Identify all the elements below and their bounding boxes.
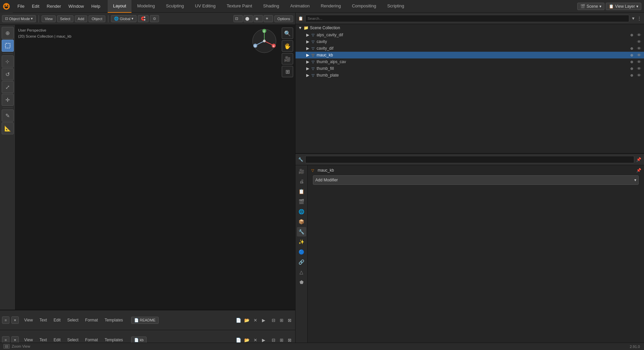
- camera-icon[interactable]: 🎥: [282, 53, 293, 64]
- view-layer-selector[interactable]: 📋 View Layer ▾: [606, 3, 641, 10]
- world-properties-btn[interactable]: 🌐: [297, 207, 306, 216]
- outliner-item-thumb-alps-cav[interactable]: ▶ ▽ thumb_alps_cav ⊕ 👁: [296, 58, 644, 65]
- readme-format[interactable]: Format: [82, 317, 101, 323]
- visibility-icon[interactable]: 👁: [637, 66, 641, 71]
- rotate-tool[interactable]: ↺: [2, 68, 14, 80]
- outliner-search[interactable]: [305, 15, 629, 22]
- readme-view[interactable]: View: [21, 317, 36, 323]
- kb-text[interactable]: Text: [36, 337, 50, 343]
- options-btn[interactable]: Options: [274, 15, 293, 22]
- object-properties-btn[interactable]: 📦: [297, 217, 306, 226]
- shading-rendered[interactable]: ☀: [264, 15, 273, 22]
- layout-3-btn[interactable]: ⊠: [286, 316, 293, 324]
- filter-icon[interactable]: ▼: [631, 16, 635, 21]
- view-layer-properties-btn[interactable]: 📋: [297, 187, 306, 196]
- visibility-icon[interactable]: 👁: [637, 46, 641, 51]
- visibility-icon[interactable]: 👁: [637, 59, 641, 64]
- view-menu[interactable]: View: [42, 15, 56, 22]
- properties-search[interactable]: [305, 156, 634, 163]
- navigation-gizmo[interactable]: Z X Y: [251, 28, 278, 54]
- menu-edit[interactable]: Edit: [29, 2, 43, 10]
- tab-modeling[interactable]: Modeling: [132, 0, 160, 13]
- select-menu[interactable]: Select: [57, 15, 73, 22]
- cursor-tool[interactable]: ⊕: [2, 27, 14, 39]
- menu-file[interactable]: File: [14, 2, 28, 10]
- outliner-item-mauc-kb[interactable]: ▶ ▽ mauc_kb ⊕ 👁: [296, 52, 644, 58]
- close-file-btn-1[interactable]: ✕: [252, 316, 259, 324]
- move-tool[interactable]: ⊹: [2, 55, 14, 68]
- add-menu[interactable]: Add: [75, 15, 88, 22]
- grid-view-icon[interactable]: ⊞: [282, 66, 293, 77]
- shading-solid[interactable]: ⬤: [244, 15, 253, 22]
- transform-tool[interactable]: ✛: [2, 94, 14, 106]
- particles-properties-btn[interactable]: ✨: [297, 237, 306, 247]
- pin-object-icon[interactable]: 📌: [636, 168, 641, 173]
- pin-icon[interactable]: 📌: [636, 157, 641, 162]
- file-selector-1[interactable]: 📄 README: [131, 317, 159, 324]
- layout-1-btn[interactable]: ⊟: [270, 316, 277, 324]
- select-tool[interactable]: [2, 40, 14, 52]
- more-options-icon[interactable]: ⋮: [637, 16, 641, 21]
- data-properties-btn[interactable]: △: [297, 267, 306, 277]
- scene-collection-header[interactable]: ▼ 📁 Scene Collection: [296, 24, 644, 32]
- render-properties-btn[interactable]: 🎥: [297, 167, 306, 176]
- viewport-3d[interactable]: User Perspective (20) Scene Collection |…: [15, 25, 295, 310]
- readme-text[interactable]: Text: [36, 317, 50, 323]
- scene-selector[interactable]: 🎬 Scene ▾: [577, 3, 604, 10]
- kb-templates[interactable]: Templates: [101, 337, 126, 343]
- proportional-edit[interactable]: ⊙: [150, 15, 159, 22]
- shading-material[interactable]: ◉: [254, 15, 263, 22]
- material-properties-btn[interactable]: ⬟: [297, 277, 306, 287]
- modifier-properties-btn[interactable]: 🔧: [297, 227, 306, 236]
- kb-edit[interactable]: Edit: [50, 337, 64, 343]
- run-script-btn-1[interactable]: ▶: [260, 316, 267, 324]
- snap-toggle[interactable]: 🧲: [138, 15, 149, 22]
- menu-render[interactable]: Render: [43, 2, 64, 10]
- tab-shading[interactable]: Shading: [258, 0, 285, 13]
- readme-templates[interactable]: Templates: [101, 317, 126, 323]
- visibility-icon[interactable]: 👁: [637, 73, 641, 78]
- zoom-icon[interactable]: 🔍: [282, 28, 293, 39]
- scale-tool[interactable]: ⤢: [2, 81, 14, 93]
- new-file-btn-1[interactable]: 📄: [235, 316, 242, 324]
- transform-space[interactable]: 🌐 Global ▾: [111, 15, 137, 22]
- editor-dropdown-1[interactable]: ▾: [11, 316, 19, 324]
- outliner-item-thumb-plate[interactable]: ▶ ▽ thumb_plate ⊕ 👁: [296, 72, 644, 79]
- object-menu[interactable]: Object: [89, 15, 105, 22]
- annotate-tool[interactable]: ✎: [2, 110, 14, 122]
- constraints-properties-btn[interactable]: 🔗: [297, 257, 306, 267]
- menu-window[interactable]: Window: [65, 2, 87, 10]
- readme-edit[interactable]: Edit: [50, 317, 64, 323]
- outliner-item-alps-cavity-dif[interactable]: ▶ ▽ alps_cavity_dif ⊕ 👁: [296, 32, 644, 38]
- visibility-icon[interactable]: 👁: [637, 39, 641, 44]
- layout-2-btn[interactable]: ⊞: [278, 316, 285, 324]
- output-properties-btn[interactable]: 🖨: [297, 177, 306, 186]
- kb-view[interactable]: View: [21, 337, 36, 343]
- tab-compositing[interactable]: Compositing: [346, 0, 381, 13]
- tab-sculpting[interactable]: Sculpting: [161, 0, 189, 13]
- kb-select[interactable]: Select: [64, 337, 82, 343]
- open-file-btn-1[interactable]: 📂: [243, 316, 251, 324]
- menu-help[interactable]: Help: [88, 2, 104, 10]
- physics-properties-btn[interactable]: 🔵: [297, 247, 306, 257]
- outliner-item-thumb-fill[interactable]: ▶ ▽ thumb_fill ⊕ 👁: [296, 65, 644, 72]
- add-modifier-btn[interactable]: Add Modifier ▾: [313, 175, 639, 185]
- tab-layout[interactable]: Layout: [108, 0, 131, 13]
- tab-scripting[interactable]: Scripting: [382, 0, 410, 13]
- tab-texture-paint[interactable]: Texture Paint: [221, 0, 258, 13]
- tab-animation[interactable]: Animation: [285, 0, 315, 13]
- tab-rendering[interactable]: Rendering: [315, 0, 346, 13]
- outliner-item-cavity-dif[interactable]: ▶ ▽ cavity_dif ⊕ 👁: [296, 45, 644, 52]
- measure-tool[interactable]: 📐: [2, 122, 14, 134]
- scene-properties-btn[interactable]: 🎬: [297, 197, 306, 206]
- editor-type-selector[interactable]: ⊡ Object Mode ▾: [2, 15, 36, 22]
- kb-format[interactable]: Format: [82, 337, 101, 343]
- shading-wireframe[interactable]: ⊡: [233, 15, 243, 22]
- editor-type-icon-1[interactable]: ≡: [2, 316, 9, 324]
- visibility-icon[interactable]: 👁: [637, 33, 641, 38]
- visibility-icon[interactable]: 👁: [637, 53, 641, 58]
- hand-icon[interactable]: 🖐: [282, 40, 293, 52]
- tab-uv-editing[interactable]: UV Editing: [190, 0, 221, 13]
- outliner-item-cavity[interactable]: ▶ ▽ cavity 👁: [296, 38, 644, 45]
- readme-select[interactable]: Select: [64, 317, 82, 323]
